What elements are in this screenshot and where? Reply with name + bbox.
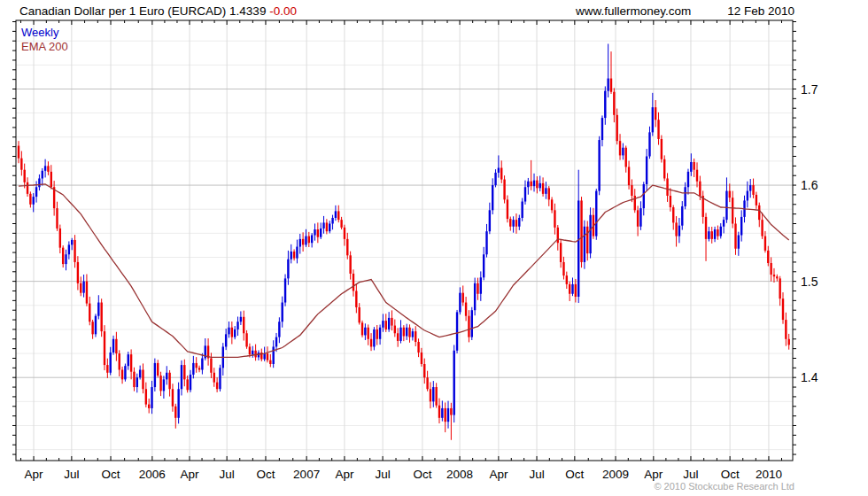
candle-body (670, 196, 671, 207)
y-axis-label: 1.4 (801, 370, 818, 384)
candle-body (613, 92, 615, 115)
candle-body (399, 328, 401, 341)
candle-body (121, 370, 123, 380)
candle-body (62, 248, 64, 264)
candle-body (91, 322, 93, 334)
candle-body (397, 333, 399, 341)
candle-body (569, 284, 570, 294)
x-axis-label: Oct (565, 468, 584, 481)
candle-body (533, 181, 535, 187)
candle-body (344, 228, 345, 239)
candle-body (353, 274, 354, 291)
candle-body (166, 373, 167, 380)
candle-body (201, 358, 203, 369)
candle-body (282, 303, 283, 322)
candle-body (687, 172, 689, 187)
x-axis-label: 2009 (602, 468, 629, 481)
candle-body (471, 310, 473, 337)
candle-body (421, 353, 422, 364)
candle-body (507, 199, 508, 219)
candle-body (346, 239, 348, 255)
candle-body (545, 188, 546, 194)
candle-body (27, 182, 28, 194)
candle-body (100, 303, 102, 332)
candle-body (663, 159, 665, 179)
candle-body (168, 373, 170, 389)
candle-body (607, 79, 608, 91)
candle-body (317, 229, 319, 237)
candle-body (406, 328, 407, 337)
candle-body (430, 389, 431, 401)
candle-body (349, 255, 351, 274)
candle-body (631, 185, 632, 196)
candle-body (725, 191, 727, 221)
candle-body (732, 198, 733, 223)
candle-body (322, 222, 324, 229)
candle-body (329, 224, 330, 232)
candle-body (729, 191, 731, 198)
candle-body (364, 328, 366, 336)
candle-body (163, 379, 165, 391)
candle-body (219, 368, 221, 389)
candle-body (480, 277, 482, 293)
candle-body (245, 333, 247, 346)
candle-body (785, 320, 787, 339)
candle-body (236, 322, 238, 329)
candle-body (601, 118, 603, 140)
candle-body (159, 376, 161, 391)
candle-body (20, 159, 22, 170)
candle-body (278, 322, 280, 337)
x-axis-label: Apr (644, 468, 663, 481)
candle-body (335, 211, 337, 218)
candle-body (435, 387, 437, 406)
x-axis-label: Jul (683, 468, 698, 481)
candle-body (77, 262, 79, 283)
candle-body (734, 224, 736, 249)
candle-body (616, 115, 617, 141)
candle-body (151, 387, 152, 408)
chart-page: Canadian Dollar per 1 Euro (EURCAD) 1.43… (0, 0, 868, 496)
candle-body (145, 389, 147, 404)
candle-body (305, 236, 306, 245)
candle-body (536, 181, 538, 189)
candle-body (577, 200, 579, 297)
candle-body (136, 377, 138, 387)
candle-body (385, 321, 387, 329)
candle-body (412, 331, 414, 337)
candle-body (468, 316, 469, 337)
x-axis-label: 2008 (446, 468, 473, 481)
candle-body (320, 229, 322, 237)
candle-body (139, 370, 141, 378)
candle-body (441, 408, 443, 418)
x-axis-label: Oct (102, 468, 120, 481)
candle-body (18, 146, 19, 159)
candle-body (625, 148, 627, 167)
candle-body (690, 162, 692, 172)
candle-body (761, 220, 763, 236)
candle-body (586, 227, 588, 253)
candle-body (130, 354, 132, 372)
candle-body (776, 276, 778, 278)
x-axis-label: Jul (529, 468, 544, 481)
candle-body (196, 363, 198, 368)
candle-body (275, 337, 277, 347)
candle-body (604, 91, 606, 118)
chart-legend: Weekly EMA 200 (21, 26, 68, 54)
x-axis-label: Apr (180, 468, 199, 481)
candle-body (296, 247, 298, 259)
candle-body (186, 379, 188, 390)
candle-body (711, 231, 713, 239)
candle-body (681, 206, 683, 226)
candle-body (652, 107, 654, 132)
candle-body (438, 406, 440, 418)
candle-body (142, 370, 143, 390)
candle-body (500, 168, 502, 180)
candle-body (584, 227, 585, 262)
candle-body (560, 243, 562, 262)
candle-body (361, 322, 363, 335)
candle-body (299, 239, 301, 247)
candle-body (311, 236, 313, 244)
candle-body (86, 282, 88, 304)
legend-weekly-label: Weekly (21, 26, 68, 40)
candle-body (267, 353, 268, 360)
